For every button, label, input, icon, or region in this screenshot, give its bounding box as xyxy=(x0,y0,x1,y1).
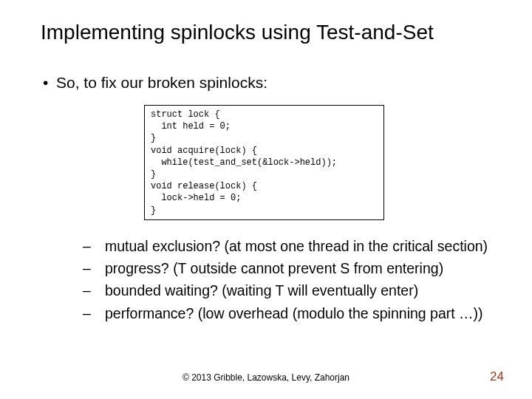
list-item-text: progress? (T outside cannot prevent S fr… xyxy=(105,257,443,279)
bullet-text: So, to fix our broken spinlocks: xyxy=(56,74,267,91)
sub-bullet-list: – mutual exclusion? (at most one thread … xyxy=(83,235,488,324)
dash-marker: – xyxy=(83,257,105,279)
list-item: – mutual exclusion? (at most one thread … xyxy=(83,235,488,257)
main-bullet: •So, to fix our broken spinlocks: xyxy=(43,74,267,92)
dash-marker: – xyxy=(83,279,105,301)
dash-marker: – xyxy=(83,302,105,324)
copyright-footer: © 2013 Gribble, Lazowska, Levy, Zahorjan xyxy=(0,372,532,383)
page-number: 24 xyxy=(490,369,504,384)
list-item-text: performance? (low overhead (modulo the s… xyxy=(105,302,483,324)
dash-marker: – xyxy=(83,235,105,257)
bullet-marker: • xyxy=(43,74,56,92)
slide-title: Implementing spinlocks using Test-and-Se… xyxy=(41,21,510,44)
list-item: – bounded waiting? (waiting T will event… xyxy=(83,279,488,301)
list-item: – progress? (T outside cannot prevent S … xyxy=(83,257,488,279)
slide: Implementing spinlocks using Test-and-Se… xyxy=(0,0,532,399)
list-item-text: mutual exclusion? (at most one thread in… xyxy=(105,235,488,257)
list-item: – performance? (low overhead (modulo the… xyxy=(83,302,488,324)
code-block: struct lock { int held = 0; } void acqui… xyxy=(144,105,384,220)
list-item-text: bounded waiting? (waiting T will eventua… xyxy=(105,279,418,301)
